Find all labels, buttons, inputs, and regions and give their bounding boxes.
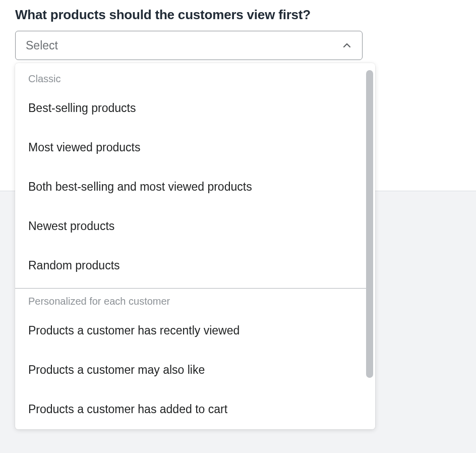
option-newest[interactable]: Newest products	[15, 207, 370, 246]
option-random[interactable]: Random products	[15, 246, 370, 286]
form-section: What products should the customers view …	[0, 0, 476, 60]
option-group-header-classic: Classic	[15, 66, 370, 89]
option-recently-viewed[interactable]: Products a customer has recently viewed	[15, 311, 370, 351]
dropdown-scrollbar[interactable]	[366, 70, 373, 422]
option-most-viewed[interactable]: Most viewed products	[15, 128, 370, 167]
select-dropdown: Classic Best-selling products Most viewe…	[15, 63, 375, 429]
option-best-selling[interactable]: Best-selling products	[15, 89, 370, 128]
option-group-header-personalized: Personalized for each customer	[15, 289, 370, 311]
field-label: What products should the customers view …	[15, 7, 461, 23]
scrollbar-thumb[interactable]	[366, 70, 373, 378]
option-may-also-like[interactable]: Products a customer may also like	[15, 351, 370, 390]
option-added-to-cart[interactable]: Products a customer has added to cart	[15, 390, 370, 429]
chevron-up-icon	[343, 41, 351, 49]
select-placeholder: Select	[26, 39, 58, 52]
select-wrapper: Select Classic Best-selling products Mos…	[15, 31, 363, 60]
dropdown-list: Classic Best-selling products Most viewe…	[15, 63, 370, 429]
option-both[interactable]: Both best-selling and most viewed produc…	[15, 167, 370, 207]
product-sort-select[interactable]: Select	[15, 31, 363, 60]
